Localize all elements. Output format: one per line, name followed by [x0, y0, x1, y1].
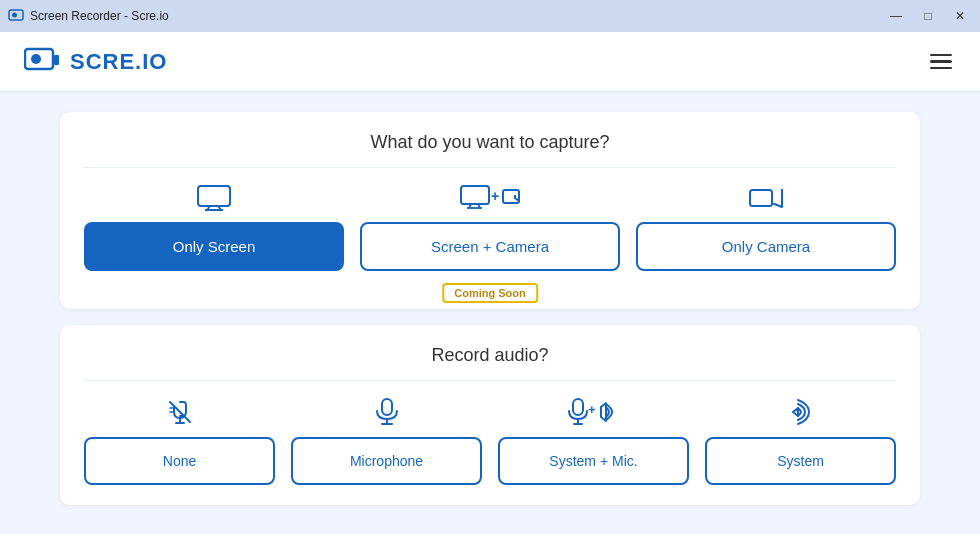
svg-rect-15 — [750, 190, 772, 206]
menu-line-1 — [930, 54, 952, 57]
audio-option-none: None — [84, 397, 275, 485]
only-screen-button[interactable]: Only Screen — [84, 222, 344, 271]
audio-option-system: System — [705, 397, 896, 485]
system-mic-icon: + — [568, 397, 620, 427]
capture-title: What do you want to capture? — [84, 132, 896, 168]
maximize-button[interactable]: □ — [916, 6, 940, 26]
capture-option-only-camera: Only Camera — [636, 184, 896, 271]
audio-options: None Microphone — [84, 397, 896, 485]
app-container: SCRE.IO What do you want to capture? — [0, 32, 980, 534]
microphone-icon — [373, 397, 401, 427]
svg-text:+: + — [491, 188, 499, 204]
capture-card: What do you want to capture? Only Screen — [60, 112, 920, 309]
svg-text:+: + — [588, 402, 596, 417]
title-bar: Screen Recorder - Scre.io — □ ✕ — [0, 0, 980, 32]
audio-option-system-mic: + System + Mic. — [498, 397, 689, 485]
system-mic-button[interactable]: System + Mic. — [498, 437, 689, 485]
window-title: Screen Recorder - Scre.io — [30, 9, 884, 23]
menu-line-3 — [930, 67, 952, 70]
screen-camera-icon: + — [460, 184, 520, 212]
svg-rect-5 — [198, 186, 230, 206]
logo-icon — [24, 46, 60, 78]
audio-option-microphone: Microphone — [291, 397, 482, 485]
menu-button[interactable] — [926, 50, 956, 74]
screen-camera-button[interactable]: Screen + Camera — [360, 222, 620, 271]
svg-rect-19 — [382, 399, 392, 415]
capture-option-screen-camera: + Screen + Camera Coming Soon — [360, 184, 620, 289]
capture-options: Only Screen + — [84, 184, 896, 289]
coming-soon-badge: Coming Soon — [442, 283, 538, 303]
camera-icon — [749, 184, 783, 212]
svg-rect-1 — [12, 13, 17, 18]
logo: SCRE.IO — [24, 46, 167, 78]
capture-option-only-screen: Only Screen — [84, 184, 344, 271]
close-button[interactable]: ✕ — [948, 6, 972, 26]
minimize-button[interactable]: — — [884, 6, 908, 26]
audio-card: Record audio? — [60, 325, 920, 505]
window-controls: — □ ✕ — [884, 6, 972, 26]
svg-rect-14 — [503, 190, 519, 203]
app-icon — [8, 8, 24, 24]
svg-rect-9 — [461, 186, 489, 204]
none-audio-icon — [166, 397, 194, 427]
header: SCRE.IO — [0, 32, 980, 92]
svg-rect-4 — [54, 55, 59, 65]
svg-rect-22 — [573, 399, 583, 415]
audio-title: Record audio? — [84, 345, 896, 381]
logo-text: SCRE.IO — [70, 49, 167, 75]
microphone-button[interactable]: Microphone — [291, 437, 482, 485]
screen-icon — [197, 184, 231, 212]
main-content: What do you want to capture? Only Screen — [0, 92, 980, 534]
menu-line-2 — [930, 60, 952, 63]
none-audio-button[interactable]: None — [84, 437, 275, 485]
system-button[interactable]: System — [705, 437, 896, 485]
only-camera-button[interactable]: Only Camera — [636, 222, 896, 271]
svg-rect-3 — [31, 54, 41, 64]
system-icon — [785, 397, 817, 427]
